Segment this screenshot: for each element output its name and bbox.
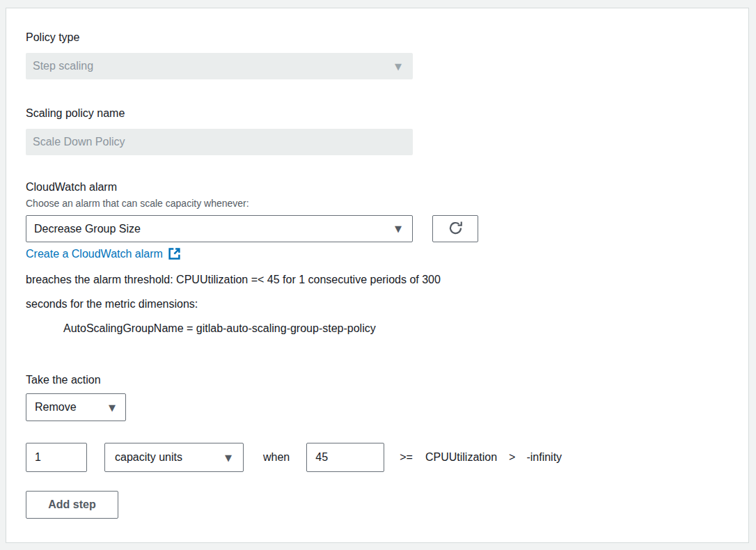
refresh-alarms-button[interactable] [432, 215, 478, 242]
alarm-select-row: Decrease Group Size ▼ [26, 215, 729, 242]
step-scaling-policy-panel: Policy type Step scaling ▼ Scaling polic… [6, 8, 749, 543]
action-type-select[interactable]: Remove ▼ [26, 393, 126, 421]
alarm-breach-description: breaches the alarm threshold: CPUUtiliza… [26, 267, 729, 316]
action-type-value: Remove [35, 401, 77, 414]
lower-bound-value: -infinity [526, 451, 562, 464]
upper-bound-operator: >= [400, 451, 413, 464]
policy-type-label: Policy type [26, 31, 729, 44]
lower-bound-operator: > [509, 451, 515, 464]
policy-name-label: Scaling policy name [26, 107, 729, 120]
alarm-selected-value: Decrease Group Size [34, 223, 141, 235]
cloudwatch-alarm-label: CloudWatch alarm [26, 180, 729, 194]
metric-name: CPUUtilization [425, 451, 497, 464]
policy-name-placeholder: Scale Down Policy [33, 136, 125, 148]
policy-type-value: Step scaling [33, 60, 93, 72]
step-amount-input[interactable] [26, 443, 87, 472]
step-unit-select[interactable]: capacity units ▼ [104, 443, 244, 472]
step-threshold-input[interactable] [306, 443, 384, 472]
policy-name-input: Scale Down Policy [26, 129, 413, 155]
when-label: when [263, 451, 290, 464]
chevron-down-icon: ▼ [225, 453, 232, 462]
alarm-breach-text-line1: breaches the alarm threshold: CPUUtiliza… [26, 267, 729, 292]
refresh-icon [448, 220, 464, 238]
take-action-label: Take the action [26, 373, 729, 386]
cloudwatch-alarm-hint: Choose an alarm that can scale capacity … [26, 197, 729, 210]
chevron-down-icon: ▼ [395, 224, 402, 233]
chevron-down-icon: ▼ [395, 62, 402, 71]
external-link-icon [168, 247, 181, 260]
alarm-metric-dimension: AutoScalingGroupName = gitlab-auto-scali… [26, 322, 729, 335]
create-cloudwatch-alarm-link[interactable]: Create a CloudWatch alarm [26, 247, 181, 260]
alarm-breach-text-line2: seconds for the metric dimensions: [26, 292, 729, 316]
alarm-select[interactable]: Decrease Group Size ▼ [26, 215, 413, 242]
policy-type-select: Step scaling ▼ [26, 53, 413, 79]
chevron-down-icon: ▼ [109, 403, 116, 412]
create-cloudwatch-alarm-link-label: Create a CloudWatch alarm [26, 247, 163, 260]
step-unit-value: capacity units [115, 451, 182, 464]
add-step-button[interactable]: Add step [26, 491, 118, 519]
scaling-step-row: capacity units ▼ when >= CPUUtilization … [26, 443, 729, 472]
